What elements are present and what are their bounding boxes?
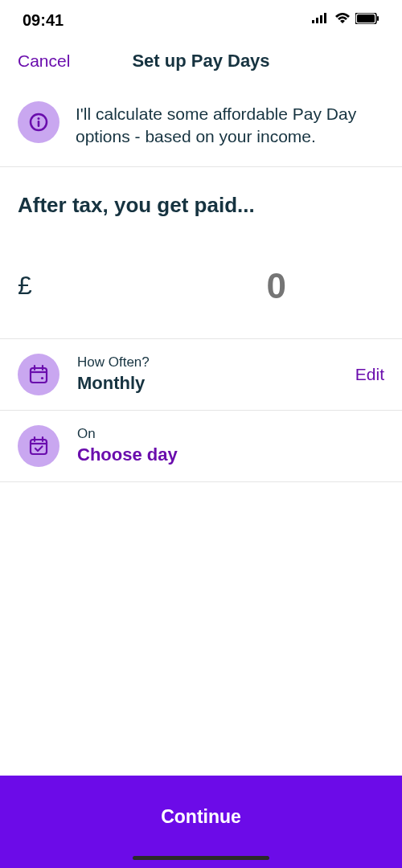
wifi-icon xyxy=(334,13,351,27)
page-title: Set up Pay Days xyxy=(132,51,269,72)
calendar-icon xyxy=(18,354,59,395)
svg-rect-2 xyxy=(320,15,322,23)
svg-rect-9 xyxy=(38,121,40,127)
frequency-content: How Often? Monthly xyxy=(77,354,338,394)
nav-bar: Cancel Set up Pay Days xyxy=(0,40,402,82)
svg-rect-6 xyxy=(377,16,379,21)
edit-frequency-button[interactable]: Edit xyxy=(355,365,384,384)
svg-rect-0 xyxy=(312,20,314,23)
amount-section: £ xyxy=(0,218,402,339)
frequency-value: Monthly xyxy=(77,373,338,394)
continue-bar: Continue xyxy=(0,776,402,868)
day-value: Choose day xyxy=(77,444,384,465)
section-heading: After tax, you get paid... xyxy=(0,167,402,218)
day-label: On xyxy=(77,426,384,442)
currency-symbol: £ xyxy=(18,271,32,301)
frequency-row[interactable]: How Often? Monthly Edit xyxy=(0,339,402,411)
info-icon xyxy=(18,101,59,143)
svg-point-14 xyxy=(41,377,43,379)
continue-button[interactable]: Continue xyxy=(129,794,273,840)
day-row[interactable]: On Choose day xyxy=(0,411,402,482)
battery-icon xyxy=(355,13,379,27)
calendar-check-icon xyxy=(18,425,59,467)
svg-rect-5 xyxy=(357,14,375,23)
svg-rect-3 xyxy=(324,13,326,23)
signal-icon xyxy=(312,13,330,27)
svg-point-8 xyxy=(38,117,40,120)
status-time: 09:41 xyxy=(23,11,64,30)
info-text: I'll calculate some affordable Pay Day o… xyxy=(76,101,384,149)
status-icons xyxy=(312,13,379,27)
cancel-button[interactable]: Cancel xyxy=(18,51,70,71)
home-indicator[interactable] xyxy=(133,856,269,860)
info-section: I'll calculate some affordable Pay Day o… xyxy=(0,82,402,167)
amount-input[interactable] xyxy=(48,266,402,306)
day-content: On Choose day xyxy=(77,426,384,465)
svg-rect-15 xyxy=(31,440,47,454)
frequency-label: How Often? xyxy=(77,354,338,371)
svg-rect-10 xyxy=(31,368,47,383)
svg-rect-1 xyxy=(316,18,318,23)
status-bar: 09:41 xyxy=(0,0,402,40)
